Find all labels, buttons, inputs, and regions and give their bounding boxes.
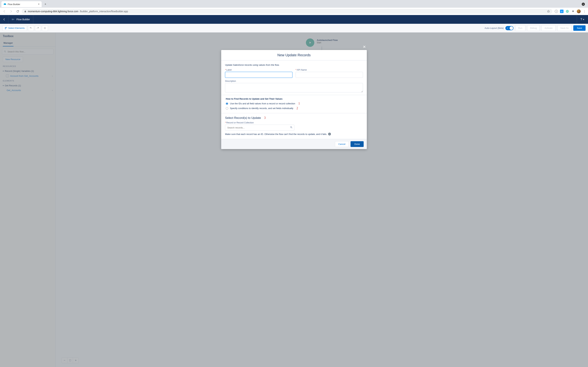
modal-description: Update Salesforce records using values f… bbox=[225, 64, 363, 66]
cancel-button[interactable]: Cancel bbox=[335, 141, 349, 147]
save-as-button[interactable]: Save As bbox=[557, 25, 572, 31]
run-button[interactable]: Run bbox=[515, 25, 525, 31]
extension-icons: i ◎ ⋮ bbox=[555, 9, 586, 13]
done-button[interactable]: Done bbox=[351, 141, 364, 147]
app-toolbar: Select Elements Auto-Layout (Beta) ✓ Run… bbox=[0, 24, 588, 33]
browser-menu-icon[interactable]: ⋮ bbox=[583, 10, 586, 13]
flow-icon bbox=[12, 18, 15, 21]
window-control-icon[interactable]: ▾ bbox=[582, 3, 585, 6]
svg-rect-2 bbox=[5, 27, 6, 28]
new-tab-button[interactable]: + bbox=[43, 2, 48, 6]
description-textarea[interactable] bbox=[225, 83, 363, 92]
header-back-button[interactable] bbox=[0, 15, 9, 24]
address-row: momentum-computing-884.lightning.force.c… bbox=[0, 8, 588, 15]
api-name-label: *API Name bbox=[295, 69, 363, 71]
tab-bar: Flow Builder × + ▾ bbox=[0, 0, 588, 8]
select-records-title: Select Record(s) to Update 3 bbox=[225, 116, 363, 120]
radio-icon bbox=[226, 107, 228, 109]
svg-rect-4 bbox=[5, 28, 6, 29]
help-button[interactable]: ? ▼ bbox=[577, 15, 588, 24]
label-field-label: *Label bbox=[225, 69, 293, 71]
url-path: /builder_platform_interaction/flowBuilde… bbox=[80, 10, 128, 13]
url-host: momentum-computing-884.lightning.force.c… bbox=[28, 10, 78, 13]
record-search-input[interactable] bbox=[225, 125, 294, 131]
modal-close-button[interactable]: × bbox=[363, 44, 366, 50]
svg-point-1 bbox=[566, 10, 569, 13]
update-records-modal: New Update Records Update Salesforce rec… bbox=[221, 50, 367, 149]
radio-option-1[interactable]: Use the IDs and all field values from a … bbox=[226, 101, 362, 106]
record-hint: Make sure that each record has an ID. Ot… bbox=[225, 133, 363, 135]
divider bbox=[221, 113, 367, 113]
api-name-input[interactable] bbox=[295, 72, 363, 78]
app-title: Flow Builder bbox=[17, 18, 30, 21]
redo-button[interactable] bbox=[35, 25, 41, 31]
profile-avatar[interactable] bbox=[577, 9, 581, 13]
toggle-check-icon: ✓ bbox=[506, 26, 509, 30]
forward-button[interactable] bbox=[9, 9, 14, 14]
chevron-down-icon: ▼ bbox=[583, 18, 585, 20]
debug-button[interactable]: Debug bbox=[527, 25, 540, 31]
select-elements-label: Select Elements bbox=[8, 27, 25, 29]
annotation-1: 1 bbox=[298, 102, 300, 105]
back-button[interactable] bbox=[2, 9, 7, 14]
record-collection-label: *Record or Record Collection bbox=[225, 121, 363, 124]
info-circle-icon[interactable]: i bbox=[555, 10, 558, 13]
search-icon bbox=[290, 126, 293, 129]
modal-title: New Update Records bbox=[221, 50, 367, 60]
divider bbox=[221, 95, 367, 95]
lock-icon bbox=[24, 10, 26, 13]
how-to-find-title: How to Find Records to Update and Set Th… bbox=[226, 98, 362, 100]
main-area: Toolbox Manager New Resource RESOURCES ▾… bbox=[0, 33, 588, 367]
header-title-group: Flow Builder bbox=[9, 15, 33, 24]
radio-icon bbox=[226, 102, 228, 105]
activate-button[interactable]: Activate bbox=[541, 25, 555, 31]
annotation-2: 2 bbox=[296, 106, 298, 110]
toggle-knob bbox=[510, 26, 513, 30]
modal-overlay: × New Update Records Update Salesforce r… bbox=[0, 33, 588, 367]
undo-button[interactable] bbox=[28, 25, 34, 31]
browser-tab[interactable]: Flow Builder × bbox=[1, 1, 42, 7]
browser-chrome: Flow Builder × + ▾ momentum-computing-88… bbox=[0, 0, 588, 15]
extensions-puzzle-icon[interactable] bbox=[571, 10, 575, 13]
star-icon[interactable] bbox=[547, 10, 550, 13]
grammarly-icon[interactable] bbox=[566, 10, 569, 13]
svg-point-5 bbox=[45, 28, 45, 28]
help-icon: ? bbox=[580, 18, 582, 21]
select-icon bbox=[5, 27, 7, 29]
modal-footer: Cancel Done bbox=[221, 139, 367, 149]
reload-button[interactable] bbox=[15, 9, 20, 14]
svg-point-7 bbox=[291, 126, 292, 128]
select-elements-button[interactable]: Select Elements bbox=[2, 25, 27, 31]
save-button[interactable]: Save bbox=[573, 25, 586, 31]
svg-rect-3 bbox=[6, 27, 7, 28]
salesforce-cloud-icon bbox=[3, 3, 6, 6]
close-tab-icon[interactable]: × bbox=[38, 3, 40, 6]
label-input[interactable] bbox=[225, 72, 293, 78]
radio-label: Use the IDs and all field values from a … bbox=[230, 102, 295, 105]
settings-gear-button[interactable] bbox=[42, 25, 48, 31]
svg-rect-0 bbox=[25, 11, 26, 12]
flow-canvas[interactable]: Autolaunched Flow Start + − + × New Upda… bbox=[56, 33, 588, 367]
radio-label: Specify conditions to identify records, … bbox=[230, 107, 293, 109]
description-label: Description bbox=[225, 80, 363, 82]
address-bar[interactable]: momentum-computing-884.lightning.force.c… bbox=[22, 9, 552, 14]
extension-icon-1[interactable]: ◎ bbox=[560, 10, 563, 13]
radio-option-2[interactable]: Specify conditions to identify records, … bbox=[226, 106, 362, 111]
app-header: Flow Builder ? ▼ bbox=[0, 15, 588, 24]
auto-layout-toggle[interactable]: ✓ bbox=[505, 26, 513, 30]
auto-layout-label: Auto-Layout (Beta) bbox=[484, 27, 504, 29]
info-icon[interactable]: i bbox=[328, 133, 331, 135]
annotation-3: 3 bbox=[264, 116, 266, 120]
tab-title: Flow Builder bbox=[8, 3, 20, 6]
